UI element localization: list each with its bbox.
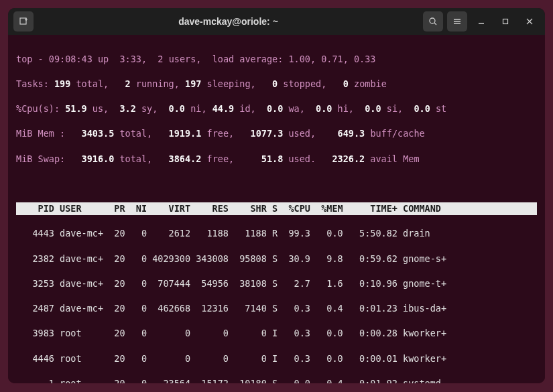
titlebar-right: [423, 11, 540, 31]
close-button[interactable]: [519, 11, 540, 31]
svg-line-4: [434, 23, 436, 25]
summary-line-tasks: Tasks: 199 total, 2 running, 197 sleepin…: [16, 78, 537, 90]
titlebar: dave-mckay@oriole: ~: [8, 8, 545, 35]
menu-button[interactable]: [447, 11, 467, 31]
minimize-icon: [477, 17, 485, 25]
column-header: PID USER PR NI VIRT RES SHR S %CPU %MEM …: [16, 202, 537, 215]
process-row: 4446 root 20 0 0 0 0 I 0.3 0.0 0:00.01 k…: [16, 352, 537, 365]
search-icon: [428, 17, 438, 26]
maximize-icon: [501, 17, 509, 25]
summary-line-cpu: %Cpu(s): 51.9 us, 3.2 sy, 0.0 ni, 44.9 i…: [16, 103, 537, 115]
process-row: 1 root 20 0 23564 15172 10180 S 0.0 0.4 …: [16, 377, 537, 383]
new-tab-icon: [19, 17, 28, 26]
terminal-window: dave-mckay@oriole: ~ top - 09:08:43 up 3…: [8, 8, 545, 383]
process-row: 3983 root 20 0 0 0 0 I 0.3 0.0 0:00.28 k…: [16, 327, 537, 340]
search-button[interactable]: [423, 11, 443, 31]
titlebar-left: [13, 11, 34, 31]
process-row: 3253 dave-mc+ 20 0 707444 54956 38108 S …: [16, 277, 537, 290]
process-row: 2382 dave-mc+ 20 0 4029300 343008 95808 …: [16, 253, 537, 265]
summary-line-uptime: top - 09:08:43 up 3:33, 2 users, load av…: [16, 53, 537, 66]
svg-point-3: [430, 18, 435, 23]
close-icon: [526, 17, 534, 25]
process-row: 2487 dave-mc+ 20 0 462668 12316 7140 S 0…: [16, 302, 537, 315]
window-title: dave-mckay@oriole: ~: [34, 16, 423, 27]
svg-rect-9: [503, 19, 508, 24]
maximize-button[interactable]: [495, 11, 515, 31]
hamburger-icon: [452, 17, 462, 26]
summary-line-mem: MiB Mem : 3403.5 total, 1919.1 free, 107…: [16, 127, 537, 140]
new-tab-button[interactable]: [13, 11, 34, 31]
summary-line-swap: MiB Swap: 3916.0 total, 3864.2 free, 51.…: [16, 153, 537, 166]
blank-line: [16, 178, 537, 190]
minimize-button[interactable]: [471, 11, 491, 31]
process-row: 4443 dave-mc+ 20 0 2612 1188 1188 R 99.3…: [16, 227, 537, 240]
terminal-output[interactable]: top - 09:08:43 up 3:33, 2 users, load av…: [8, 35, 545, 383]
svg-rect-0: [20, 18, 26, 24]
